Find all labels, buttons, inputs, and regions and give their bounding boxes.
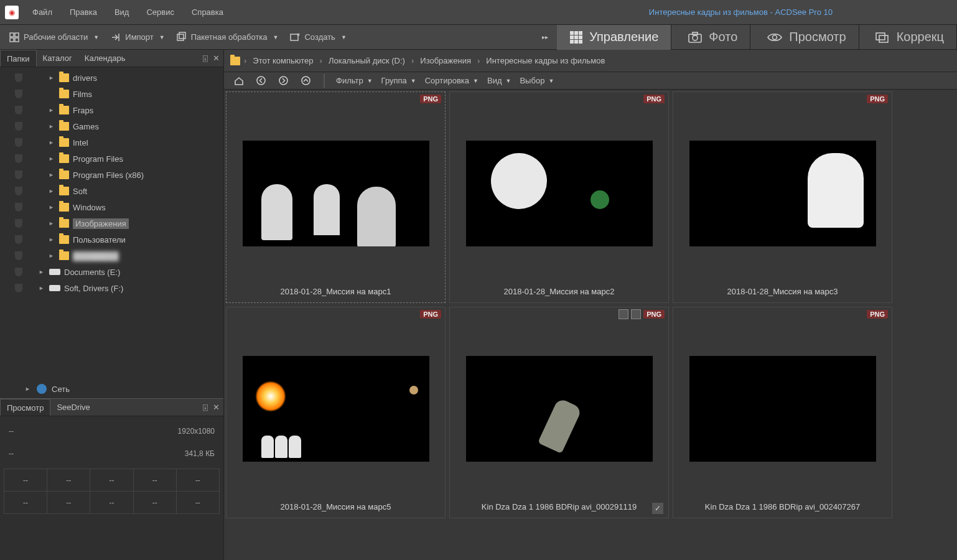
folder-icon xyxy=(59,170,69,179)
home-icon[interactable] xyxy=(231,74,245,88)
forward-icon[interactable] xyxy=(276,74,290,88)
format-badge: PNG xyxy=(867,310,888,319)
filter-dropdown[interactable]: Фильтр ▼ xyxy=(336,76,373,85)
tree-item-label: Games xyxy=(73,122,99,131)
mode-view-label: Просмотр xyxy=(789,30,846,44)
mode-photo-label: Фото xyxy=(709,30,737,44)
overflow-icon[interactable]: ▸▸ xyxy=(542,34,548,40)
folder-icon xyxy=(59,235,69,244)
menu-service[interactable]: Сервис xyxy=(138,0,183,25)
drive-icon xyxy=(49,269,60,275)
tree-item-label: Documents (E:) xyxy=(64,268,120,277)
crumb-seg[interactable]: Этот компьютер xyxy=(250,56,315,65)
sidebar-tab-catalog[interactable]: Каталог xyxy=(37,50,78,67)
eye-icon xyxy=(767,32,783,43)
preview-tab-preview[interactable]: Просмотр xyxy=(0,399,50,416)
thumbnail-gallery: PNG 2018-01-28_Миссия на марс1 PNG 2018-… xyxy=(224,90,957,560)
svg-rect-6 xyxy=(291,34,298,40)
group-dropdown[interactable]: Группа ▼ xyxy=(381,76,416,85)
mode-view-tab[interactable]: Просмотр xyxy=(754,25,859,50)
network-label: Сеть xyxy=(52,385,70,394)
chevron-down-icon: ▼ xyxy=(93,34,99,40)
tree-item[interactable]: ►Fraps xyxy=(0,102,223,118)
thumbnail-item[interactable]: PNG Kin Dza Dza 1 1986 BDRip avi_0024072… xyxy=(673,307,892,518)
create-dropdown[interactable]: Создать▼ xyxy=(286,28,350,47)
svg-point-22 xyxy=(257,77,265,85)
menu-edit[interactable]: Правка xyxy=(61,0,106,25)
sidebar-tab-folders[interactable]: Папки xyxy=(0,50,37,67)
network-icon xyxy=(37,384,47,394)
folder-icon xyxy=(230,57,240,65)
crumb-seg[interactable]: Локальный диск (D:) xyxy=(326,56,408,65)
tree-item[interactable]: ►Program Files xyxy=(0,151,223,167)
thumbnail-item[interactable]: PNG 2018-01-28_Миссия на марс3 xyxy=(673,91,892,303)
tree-item-label: Program Files xyxy=(73,154,123,164)
photo-icon xyxy=(688,31,703,44)
tree-network[interactable]: ► Сеть xyxy=(0,380,223,398)
tree-item[interactable]: ►████████ xyxy=(0,248,223,264)
tree-item-label: Fraps xyxy=(73,106,93,115)
tree-item[interactable]: ►Soft, Drivers (F:) xyxy=(0,280,223,296)
format-badge: PNG xyxy=(867,95,888,103)
batch-label: Пакетная обработка xyxy=(191,32,268,42)
chevron-down-icon: ▼ xyxy=(341,34,347,40)
tree-item[interactable]: ►Изображения xyxy=(0,215,223,231)
select-dropdown[interactable]: Выбор ▼ xyxy=(520,76,554,85)
tree-item[interactable]: ►drivers xyxy=(0,70,223,86)
menubar: ◉ Файл Правка Вид Сервис Справка Интерес… xyxy=(0,0,957,25)
tree-item[interactable]: ►Пользователи xyxy=(0,231,223,248)
mode-edit-label: Коррекц xyxy=(897,30,944,44)
svg-rect-21 xyxy=(879,35,888,42)
import-dropdown[interactable]: Импорт▼ xyxy=(106,28,168,47)
sort-dropdown[interactable]: Сортировка ▼ xyxy=(425,76,478,85)
tree-item-label: Пользователи xyxy=(73,235,126,245)
close-icon[interactable]: ✕ xyxy=(213,54,220,63)
svg-point-17 xyxy=(693,35,698,40)
back-icon[interactable] xyxy=(254,74,268,88)
mode-edit-tab[interactable]: Коррекц xyxy=(863,25,957,50)
pin-icon[interactable]: ⍗ xyxy=(203,54,208,63)
thumbnail-image xyxy=(466,141,653,246)
pin-icon[interactable]: ⍗ xyxy=(203,403,208,412)
tree-item-label: Windows xyxy=(73,203,106,212)
sidebar-tab-calendar[interactable]: Календарь xyxy=(78,50,132,67)
tree-item[interactable]: ►Documents (E:) xyxy=(0,264,223,280)
menu-file[interactable]: Файл xyxy=(24,0,61,25)
tree-item[interactable]: ►Intel xyxy=(0,134,223,151)
tree-item[interactable]: ►Games xyxy=(0,118,223,134)
view-dropdown[interactable]: Вид ▼ xyxy=(487,76,511,85)
tree-item-label: Films xyxy=(73,90,92,99)
tree-item[interactable]: ►Windows xyxy=(0,199,223,215)
thumbnail-item[interactable]: PNG 2018-01-28_Миссия на марс2 xyxy=(449,91,669,303)
tree-item[interactable]: ►Program Files (x86) xyxy=(0,167,223,183)
thumbnail-item[interactable]: PNG Kin Dza Dza 1 1986 BDRip avi_0002911… xyxy=(449,307,669,518)
breadcrumb[interactable]: › Этот компьютер› Локальный диск (D:)› И… xyxy=(224,50,957,72)
folder-tree[interactable]: ►driversFilms►Fraps►Games►Intel►Program … xyxy=(0,67,223,375)
edit-flag-icon xyxy=(631,309,641,319)
mode-photo-tab[interactable]: Фото xyxy=(675,25,750,50)
thumbnail-item[interactable]: PNG 2018-01-28_Миссия на марс1 xyxy=(226,91,446,303)
mode-manage-tab[interactable]: Управление xyxy=(557,25,671,50)
format-badge: PNG xyxy=(420,310,441,319)
batch-dropdown[interactable]: Пакетная обработка▼ xyxy=(172,28,282,47)
svg-point-24 xyxy=(302,77,310,85)
thumbnail-caption: 2018-01-28_Миссия на марс1 xyxy=(226,281,445,302)
tree-item[interactable]: Films xyxy=(0,86,223,102)
workspaces-dropdown[interactable]: Рабочие области▼ xyxy=(5,28,103,47)
preview-dimensions: 1920x1080 xyxy=(41,420,220,442)
svg-rect-9 xyxy=(579,31,582,35)
up-icon[interactable] xyxy=(299,74,312,88)
crumb-seg[interactable]: Интересные кадры из фильмов xyxy=(483,56,607,65)
menu-view[interactable]: Вид xyxy=(106,0,138,25)
tree-item[interactable]: ►Soft xyxy=(0,183,223,199)
crumb-seg[interactable]: Изображения xyxy=(418,56,474,65)
thumbnail-item[interactable]: PNG 2018-01-28_Миссия на марс5 xyxy=(226,307,446,518)
preview-tab-seedrive[interactable]: SeeDrive xyxy=(50,399,96,416)
menu-help[interactable]: Справка xyxy=(183,0,232,25)
checked-icon[interactable]: ✓ xyxy=(652,503,663,514)
close-icon[interactable]: ✕ xyxy=(213,403,220,412)
preview-filesize: 341,8 КБ xyxy=(41,442,220,465)
create-label: Создать xyxy=(304,32,335,42)
svg-rect-0 xyxy=(10,33,14,37)
folder-icon xyxy=(59,187,69,195)
